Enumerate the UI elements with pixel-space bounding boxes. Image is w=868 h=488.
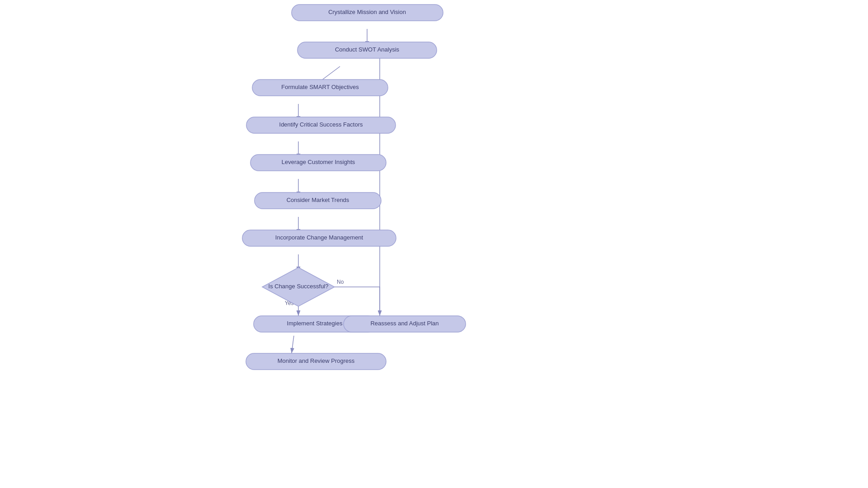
- node-diamond-label: Is Change Successful?: [269, 283, 329, 290]
- arrow-implement-monitor: [292, 336, 294, 353]
- node-crystallize-label: Crystallize Mission and Vision: [328, 9, 406, 15]
- node-critical-label: Identify Critical Success Factors: [279, 121, 363, 128]
- node-customer-label: Leverage Customer Insights: [282, 159, 355, 165]
- node-smart-label: Formulate SMART Objectives: [281, 84, 359, 90]
- flowchart-container: Yes No Crystallize Mission and Vision Co…: [0, 0, 868, 488]
- node-swot-label: Conduct SWOT Analysis: [335, 46, 400, 53]
- no-label: No: [337, 279, 344, 285]
- node-reassess-label: Reassess and Adjust Plan: [370, 320, 439, 327]
- node-change-mgmt-label: Incorporate Change Management: [275, 234, 363, 241]
- node-market-label: Consider Market Trends: [287, 197, 349, 203]
- node-monitor-label: Monitor and Review Progress: [278, 357, 355, 364]
- node-implement-label: Implement Strategies: [287, 320, 343, 327]
- arrow-diamond-reassess: [332, 287, 380, 316]
